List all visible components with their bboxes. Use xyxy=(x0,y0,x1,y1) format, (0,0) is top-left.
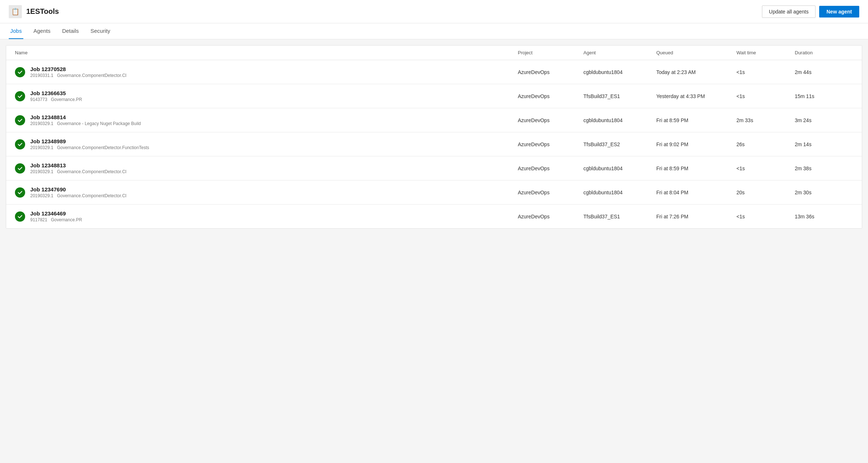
job-id: 20190329.1 xyxy=(30,145,53,150)
job-queued: Today at 2:23 AM xyxy=(656,69,736,75)
job-agent: TfsBuild37_ES2 xyxy=(583,141,656,147)
table-body: Job 12370528 20190331.1 Governance.Compo… xyxy=(6,60,862,228)
col-header-project: Project xyxy=(518,50,583,55)
job-pipeline: Governance.ComponentDetector.CI xyxy=(57,73,126,78)
table-header-row: Name Project Agent Queued Wait time Dura… xyxy=(6,46,862,60)
job-project: AzureDevOps xyxy=(518,190,583,195)
table-row[interactable]: Job 12348813 20190329.1 Governance.Compo… xyxy=(6,156,862,180)
job-queued: Yesterday at 4:33 PM xyxy=(656,93,736,99)
job-pipeline: Governance.ComponentDetector.FunctionTes… xyxy=(57,145,149,150)
job-agent: cgbldubuntu1804 xyxy=(583,117,656,123)
col-header-wait-time: Wait time xyxy=(736,50,795,55)
col-header-duration: Duration xyxy=(795,50,853,55)
job-duration: 2m 30s xyxy=(795,190,853,195)
job-info: Job 12348814 20190329.1 Governance - Leg… xyxy=(30,114,141,126)
job-agent: cgbldubuntu1804 xyxy=(583,190,656,195)
job-queued: Fri at 7:26 PM xyxy=(656,214,736,219)
job-duration: 13m 36s xyxy=(795,214,853,219)
job-sub: 20190329.1 Governance - Legacy Nuget Pac… xyxy=(30,121,141,126)
table-row[interactable]: Job 12347690 20190329.1 Governance.Compo… xyxy=(6,180,862,205)
job-name: Job 12348989 xyxy=(30,138,149,144)
job-wait-time: 2m 33s xyxy=(736,117,795,123)
job-info: Job 12348813 20190329.1 Governance.Compo… xyxy=(30,162,126,174)
table-row[interactable]: Job 12348989 20190329.1 Governance.Compo… xyxy=(6,132,862,156)
job-sub: 20190329.1 Governance.ComponentDetector.… xyxy=(30,145,149,150)
tab-security[interactable]: Security xyxy=(89,23,112,39)
app-icon: 📋 xyxy=(9,5,22,18)
job-cell: Job 12366635 9143773 Governance.PR xyxy=(15,90,518,102)
job-name: Job 12366635 xyxy=(30,90,82,96)
job-pipeline: Governance.ComponentDetector.CI xyxy=(57,193,126,198)
job-pipeline: Governance.PR xyxy=(51,217,82,222)
table-row[interactable]: Job 12370528 20190331.1 Governance.Compo… xyxy=(6,60,862,84)
job-wait-time: <1s xyxy=(736,93,795,99)
job-name: Job 12347690 xyxy=(30,186,126,192)
tab-jobs[interactable]: Jobs xyxy=(9,23,23,39)
job-name: Job 12348814 xyxy=(30,114,141,120)
job-wait-time: <1s xyxy=(736,166,795,171)
job-queued: Fri at 8:04 PM xyxy=(656,190,736,195)
job-agent: TfsBuild37_ES1 xyxy=(583,214,656,219)
job-info: Job 12366635 9143773 Governance.PR xyxy=(30,90,82,102)
job-wait-time: 20s xyxy=(736,190,795,195)
col-header-agent: Agent xyxy=(583,50,656,55)
job-project: AzureDevOps xyxy=(518,214,583,219)
job-duration: 2m 38s xyxy=(795,166,853,171)
job-name: Job 12346469 xyxy=(30,210,82,217)
job-agent: TfsBuild37_ES1 xyxy=(583,93,656,99)
job-duration: 2m 14s xyxy=(795,141,853,147)
update-all-agents-button[interactable]: Update all agents xyxy=(762,5,816,18)
job-wait-time: <1s xyxy=(736,69,795,75)
status-success-icon xyxy=(15,163,25,174)
job-pipeline: Governance.ComponentDetector.CI xyxy=(57,169,126,174)
job-duration: 3m 24s xyxy=(795,117,853,123)
col-header-queued: Queued xyxy=(656,50,736,55)
table-row[interactable]: Job 12346469 9117821 Governance.PR Azure… xyxy=(6,205,862,228)
status-success-icon xyxy=(15,211,25,222)
table-row[interactable]: Job 12348814 20190329.1 Governance - Leg… xyxy=(6,108,862,132)
job-queued: Fri at 8:59 PM xyxy=(656,117,736,123)
job-info: Job 12347690 20190329.1 Governance.Compo… xyxy=(30,186,126,198)
job-sub: 20190329.1 Governance.ComponentDetector.… xyxy=(30,169,126,174)
job-sub: 9143773 Governance.PR xyxy=(30,97,82,102)
tab-agents[interactable]: Agents xyxy=(32,23,52,39)
table-row[interactable]: Job 12366635 9143773 Governance.PR Azure… xyxy=(6,84,862,108)
job-name: Job 12348813 xyxy=(30,162,126,168)
status-success-icon xyxy=(15,187,25,198)
job-id: 20190331.1 xyxy=(30,73,53,78)
job-project: AzureDevOps xyxy=(518,93,583,99)
job-duration: 2m 44s xyxy=(795,69,853,75)
job-project: AzureDevOps xyxy=(518,166,583,171)
new-agent-button[interactable]: New agent xyxy=(819,6,859,17)
job-wait-time: <1s xyxy=(736,214,795,219)
job-project: AzureDevOps xyxy=(518,117,583,123)
job-queued: Fri at 9:02 PM xyxy=(656,141,736,147)
job-info: Job 12346469 9117821 Governance.PR xyxy=(30,210,82,222)
job-project: AzureDevOps xyxy=(518,141,583,147)
app-header: 📋 1ESTools Update all agents New agent xyxy=(0,0,868,23)
job-cell: Job 12348814 20190329.1 Governance - Leg… xyxy=(15,114,518,126)
status-success-icon xyxy=(15,91,25,101)
job-cell: Job 12347690 20190329.1 Governance.Compo… xyxy=(15,186,518,198)
job-id: 20190329.1 xyxy=(30,121,53,126)
job-pipeline: Governance - Legacy Nuget Package Build xyxy=(57,121,141,126)
job-info: Job 12348989 20190329.1 Governance.Compo… xyxy=(30,138,149,150)
status-success-icon xyxy=(15,115,25,125)
app-logo: 📋 1ESTools xyxy=(9,5,762,18)
job-project: AzureDevOps xyxy=(518,69,583,75)
job-agent: cgbldubuntu1804 xyxy=(583,69,656,75)
job-sub: 20190329.1 Governance.ComponentDetector.… xyxy=(30,193,126,198)
job-sub: 9117821 Governance.PR xyxy=(30,217,82,222)
job-agent: cgbldubuntu1804 xyxy=(583,166,656,171)
tab-bar: Jobs Agents Details Security xyxy=(0,23,868,39)
job-duration: 15m 11s xyxy=(795,93,853,99)
job-cell: Job 12370528 20190331.1 Governance.Compo… xyxy=(15,66,518,78)
job-cell: Job 12348813 20190329.1 Governance.Compo… xyxy=(15,162,518,174)
job-id: 20190329.1 xyxy=(30,193,53,198)
job-cell: Job 12346469 9117821 Governance.PR xyxy=(15,210,518,222)
jobs-table: Name Project Agent Queued Wait time Dura… xyxy=(6,45,862,229)
job-cell: Job 12348989 20190329.1 Governance.Compo… xyxy=(15,138,518,150)
col-header-name: Name xyxy=(15,50,518,55)
tab-details[interactable]: Details xyxy=(60,23,80,39)
status-success-icon xyxy=(15,139,25,149)
